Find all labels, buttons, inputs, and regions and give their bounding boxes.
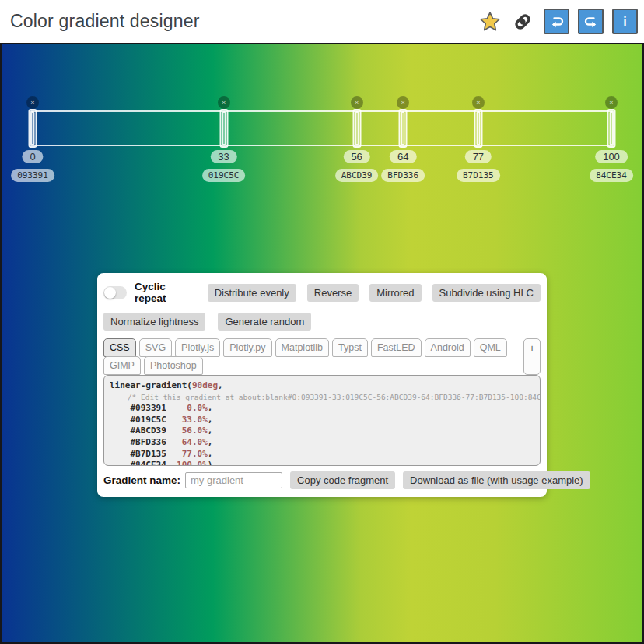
stop-handle[interactable]	[29, 109, 37, 148]
format-tabs: CSSSVGPlotly.jsPlotly.pyMatplotlibTypstF…	[103, 338, 541, 375]
delete-stop-button[interactable]: ×	[351, 96, 363, 109]
action-button-normalize-lightness[interactable]: Normalize lightness	[103, 313, 205, 331]
delete-stop-button[interactable]: ×	[218, 96, 230, 109]
delete-stop-button[interactable]: ×	[397, 96, 409, 109]
code-stop-line: #B7D135 77.0%,	[110, 449, 540, 460]
tab-plotly-py[interactable]: Plotly.py	[223, 338, 271, 357]
stop-handle[interactable]	[399, 109, 408, 148]
stop-handle[interactable]	[219, 109, 228, 148]
tab-typst[interactable]: Typst	[332, 338, 368, 357]
panel-bottom-row: Gradient name: Copy code fragment Downlo…	[103, 471, 541, 489]
stop-position-badge[interactable]: 56	[343, 150, 369, 163]
stop-handle[interactable]	[352, 109, 361, 148]
gradient-stop-track[interactable]	[30, 110, 614, 146]
code-stop-line: #093391 0.0%,	[110, 403, 540, 415]
stop-position-badge[interactable]: 33	[210, 150, 236, 163]
info-icon: i	[623, 16, 626, 28]
tab-add-format[interactable]: +	[523, 338, 541, 375]
stop-handle-inner	[610, 111, 614, 145]
tab-css[interactable]: CSS	[103, 338, 136, 357]
cyclic-repeat-toggle[interactable]	[103, 286, 127, 299]
stop-handle-inner	[401, 111, 405, 145]
stop-position-badge[interactable]: 77	[465, 150, 492, 163]
redo-button[interactable]	[578, 9, 604, 34]
tab-qml[interactable]: QML	[474, 338, 507, 357]
delete-stop-button[interactable]: ×	[26, 96, 39, 109]
stop-handle-inner	[31, 111, 35, 145]
delete-stop-button[interactable]: ×	[472, 96, 485, 109]
code-stop-line: #84CE34 100.0%)	[110, 460, 540, 466]
code-stop-line: #BFD336 64.0%,	[110, 437, 540, 449]
gradient-name-input[interactable]	[185, 472, 282, 488]
stop-hex-badge[interactable]: 093391	[11, 169, 54, 182]
undo-icon	[549, 14, 565, 30]
stop-handle-inner	[476, 111, 480, 145]
action-button-mirrored[interactable]: Mirrored	[369, 284, 421, 302]
header-icons: i	[478, 9, 638, 34]
stop-position-badge[interactable]: 64	[390, 150, 416, 163]
tab-plotly-js[interactable]: Plotly.js	[175, 338, 220, 357]
stop-hex-badge[interactable]: BFD336	[381, 169, 425, 182]
copy-code-button[interactable]: Copy code fragment	[290, 471, 395, 489]
delete-stop-button[interactable]: ×	[605, 96, 618, 109]
stop-hex-badge[interactable]: 019C5C	[202, 169, 246, 182]
undo-button[interactable]	[544, 9, 569, 34]
tab-svg[interactable]: SVG	[139, 338, 172, 357]
tab-photoshop[interactable]: Photoshop	[144, 356, 203, 375]
tab-gimp[interactable]: GIMP	[103, 356, 141, 375]
code-line-1: linear-gradient(90deg,	[110, 380, 540, 392]
tab-fastled[interactable]: FastLED	[371, 338, 422, 357]
app-header: Color gradient designer	[0, 0, 644, 43]
action-button-generate-random[interactable]: Generate random	[218, 313, 311, 331]
cyclic-repeat-label: Cyclic repeat	[135, 281, 197, 304]
action-button-distribute-evenly[interactable]: Distribute evenly	[208, 284, 296, 302]
stop-hex-badge[interactable]: B7D135	[457, 169, 500, 182]
control-panel: Cyclic repeat Distribute evenlyReverseMi…	[97, 273, 547, 497]
tab-row-1: CSSSVGPlotly.jsPlotly.pyMatplotlibTypstF…	[103, 338, 541, 357]
gradient-area: × 0 093391 × 33 019C5C × 56 ABCD39 × 64 …	[0, 43, 644, 644]
favorite-star-icon[interactable]	[478, 10, 502, 33]
toggle-knob	[104, 287, 116, 299]
buttons-row-2: Normalize lightnessGenerate random	[103, 313, 541, 331]
stop-handle-inner	[222, 111, 226, 145]
code-stop-line: #019C5C 33.0%,	[110, 415, 540, 426]
code-comment: /* Edit this gradient at about:blank#0:0…	[110, 392, 540, 404]
stop-hex-badge[interactable]: ABCD39	[335, 169, 379, 182]
page-title: Color gradient designer	[10, 11, 200, 32]
code-output[interactable]: linear-gradient(90deg, /* Edit this grad…	[103, 375, 541, 466]
cyclic-repeat-wrap: Cyclic repeat	[103, 281, 197, 304]
permalink-icon[interactable]	[510, 9, 535, 34]
stop-handle-inner	[355, 111, 359, 145]
buttons-row-1: Distribute evenlyReverseMirroredSubdivid…	[208, 284, 541, 302]
action-button-reverse[interactable]: Reverse	[307, 284, 359, 302]
tab-matplotlib[interactable]: Matplotlib	[275, 338, 330, 357]
download-file-button[interactable]: Download as file (with usage example)	[403, 471, 590, 489]
redo-icon	[583, 14, 599, 30]
stop-position-badge[interactable]: 100	[595, 150, 628, 163]
tab-android[interactable]: Android	[425, 338, 471, 357]
stop-handle[interactable]	[474, 109, 482, 148]
action-button-subdivide-using-hlc[interactable]: Subdivide using HLC	[432, 284, 541, 302]
stop-hex-badge[interactable]: 84CE34	[590, 169, 633, 182]
gradient-name-label: Gradient name:	[103, 474, 180, 486]
code-stop-line: #ABCD39 56.0%,	[110, 425, 540, 437]
stop-position-badge[interactable]: 0	[22, 150, 43, 163]
panel-row-1: Cyclic repeat Distribute evenlyReverseMi…	[103, 281, 541, 304]
info-button[interactable]: i	[612, 9, 638, 34]
tab-row-2: GIMPPhotoshop	[103, 356, 541, 375]
stop-handle[interactable]	[607, 109, 616, 148]
